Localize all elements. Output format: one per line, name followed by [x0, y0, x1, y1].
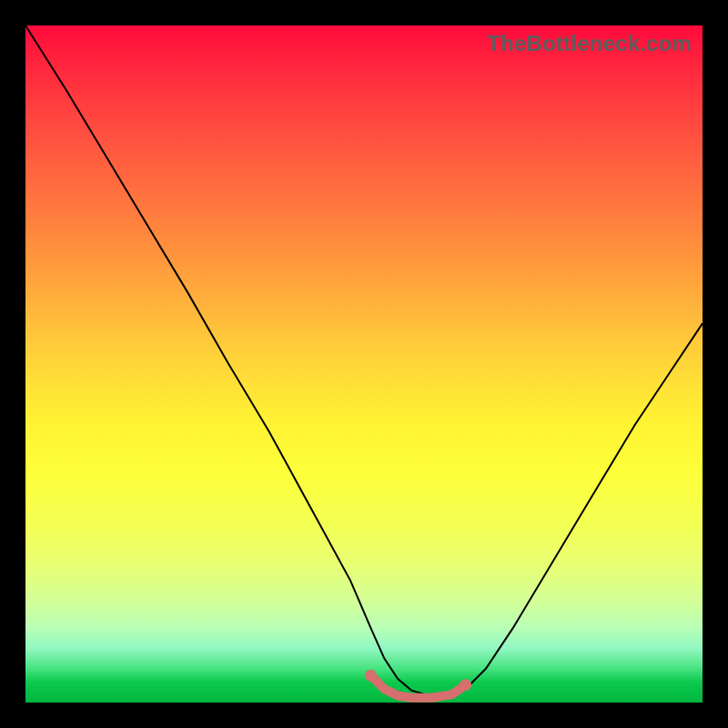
series-bottleneck-curve: [25, 25, 703, 696]
chart-stage: TheBottleneck.com: [0, 0, 728, 728]
series-optimal-zone-endcap-end: [460, 679, 471, 691]
series-optimal-zone: [370, 675, 465, 698]
plot-area: TheBottleneck.com: [25, 25, 703, 703]
series-group: [25, 25, 703, 698]
series-optimal-zone-endcap-start: [365, 670, 377, 682]
curve-layer: [25, 25, 703, 703]
